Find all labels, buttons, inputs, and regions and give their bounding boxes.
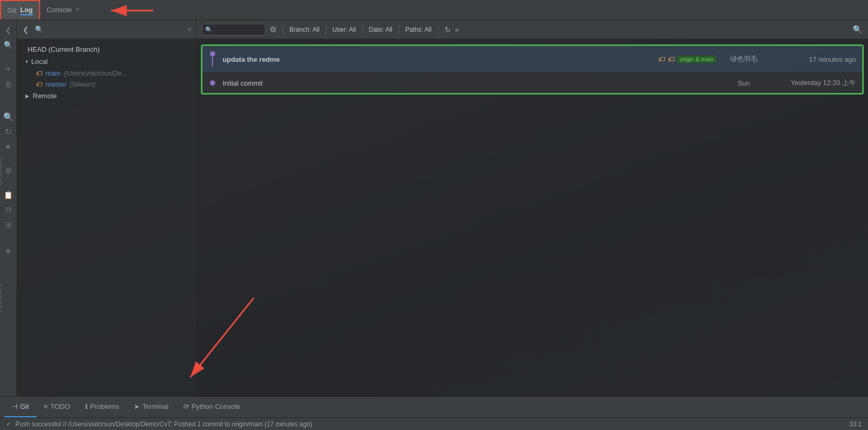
master-branch-path: (Sklearn)	[70, 81, 96, 88]
status-check-icon: ✓	[6, 420, 11, 427]
refresh-icon[interactable]: ↻	[2, 125, 15, 138]
trash-icon[interactable]: 🗑	[2, 77, 15, 91]
tag-arrow-icon2: 🏷	[668, 55, 675, 63]
commit-highlight-box: updata the redme 🏷 🏷 origin & main 绿色羽毛 …	[201, 44, 864, 95]
tab-console[interactable]: Console ✕	[40, 0, 86, 20]
tab-terminal[interactable]: ➤ Terminal	[126, 397, 176, 417]
settings-gear-icon[interactable]: ⚙	[270, 25, 276, 34]
main-content: ❮ 🔍 + 🗑 🔍 ↻ ★ ⚙ 📋 ⊟ ⊞ ★ Structure Favori…	[0, 20, 868, 396]
structure-label: Structure	[0, 157, 3, 185]
search-icon[interactable]: 🔍	[2, 38, 15, 52]
status-line-col: 33:1	[849, 420, 862, 428]
log-search-right-icon[interactable]: 🔍	[853, 25, 863, 34]
branch-master[interactable]: 🏷 master (Sklearn)	[17, 79, 196, 90]
left-add-button[interactable]: +	[187, 25, 192, 34]
branch-main[interactable]: 🏷 main (/Users/viatorsun/De...	[17, 68, 196, 79]
problems-tab-icon: ℹ	[85, 403, 88, 410]
commit-log: updata the redme 🏷 🏷 origin & main 绿色羽毛 …	[197, 39, 868, 396]
python-tab-icon: ⟳	[183, 403, 189, 410]
top-tab-bar: Git: Log Console ✕	[0, 0, 868, 20]
todo-tab-icon: ≡	[44, 403, 48, 410]
date-filter[interactable]: Date: All	[369, 26, 393, 33]
favorites-label: Favorites	[0, 284, 3, 312]
gear-icon[interactable]: ⚙	[2, 164, 15, 177]
side-icon-bar: ❮ 🔍 + 🗑 🔍 ↻ ★ ⚙ 📋 ⊟ ⊞ ★ Structure Favori…	[0, 20, 17, 396]
problems-tab-label: Problems	[90, 403, 119, 410]
commit-time-2: Yesterday 12:20 上午	[771, 78, 856, 88]
master-tag-icon: 🏷	[36, 81, 42, 88]
chevron-left-icon[interactable]: ❮	[2, 23, 15, 37]
head-label: HEAD (Current Branch)	[27, 45, 100, 53]
tag-arrow-icon: 🏷	[658, 55, 666, 63]
commit-search-wrapper: 🔍	[202, 24, 265, 35]
tab-console-close[interactable]: ✕	[75, 6, 80, 13]
plus-icon[interactable]: +	[2, 62, 15, 76]
bookmark-icon[interactable]: 📋	[2, 188, 15, 202]
search2-icon[interactable]: 🔍	[2, 110, 15, 124]
commit-author-1: 绿色羽毛	[723, 54, 765, 64]
back-button[interactable]: ❮	[21, 24, 31, 35]
log-refresh-icon[interactable]: ↻	[445, 25, 451, 34]
terminal-tab-label: Terminal	[142, 403, 168, 410]
commit-search-input[interactable]	[202, 24, 265, 35]
master-branch-name: master	[45, 80, 67, 88]
tab-console-label: Console	[47, 6, 72, 14]
tab-git[interactable]: ⊣ Git	[4, 397, 36, 417]
git-tab-icon: ⊣	[12, 403, 17, 410]
commit-row-1[interactable]: updata the redme 🏷 🏷 origin & main 绿色羽毛 …	[202, 46, 862, 73]
remote-chevron: ▶	[25, 93, 30, 99]
remote-section[interactable]: ▶ Remote	[17, 90, 196, 102]
origin-tag-badge: origin & main	[677, 55, 716, 63]
tab-python-console[interactable]: ⟳ Python Console	[176, 397, 248, 417]
local-section[interactable]: ▾ Local	[17, 55, 196, 68]
user-filter[interactable]: User: All	[333, 26, 356, 33]
remote-label: Remote	[33, 92, 57, 100]
main-tag-icon: 🏷	[36, 70, 42, 77]
tab-problems[interactable]: ℹ Problems	[78, 397, 127, 417]
python-tab-label: Python Console	[192, 403, 241, 410]
commit-author-2: Sun	[723, 79, 765, 87]
commit-message-1: updata the redme	[223, 55, 652, 63]
status-bar: ✓ Push successful // /Users/viatorsun/De…	[0, 417, 868, 430]
left-panel: ❮ 🔍 + HEAD (Current Branch) ▾ Local 🏷 ma…	[17, 20, 197, 396]
main-branch-name: main	[45, 69, 60, 77]
tab-git-prefix: Git:	[7, 6, 18, 14]
status-message: Push successful // /Users/viatorsun/Desk…	[15, 420, 312, 428]
commit-message-2: Initial commit	[223, 79, 710, 87]
log-more-icon[interactable]: »	[455, 25, 459, 34]
branch-filter[interactable]: Branch: All	[289, 26, 319, 33]
tab-log-label: Log	[20, 6, 33, 15]
left-search-icon: 🔍	[35, 25, 43, 33]
star-icon[interactable]: ★	[2, 139, 15, 153]
commit-row-2[interactable]: Initial commit Sun Yesterday 12:20 上午	[202, 73, 862, 93]
local-label: Local	[31, 58, 48, 66]
commit-time-1: 17 minutes ago	[771, 55, 856, 63]
bottom-tab-bar: ⊣ Git ≡ TODO ℹ Problems ➤ Terminal ⟳ Pyt…	[0, 396, 868, 417]
git-tab-label: Git	[20, 403, 29, 410]
adjust-icon[interactable]: ⊞	[2, 218, 15, 231]
right-toolbar: 🔍 ⚙ | Branch: All | User: All | Date: Al…	[197, 20, 868, 39]
right-panel: 🔍 ⚙ | Branch: All | User: All | Date: Al…	[197, 20, 868, 396]
tab-git-log[interactable]: Git: Log	[0, 0, 40, 20]
paths-filter[interactable]: Paths: All	[405, 26, 431, 33]
commit-graph-2	[209, 80, 216, 86]
terminal-tab-icon: ➤	[134, 403, 140, 410]
head-branch-item[interactable]: HEAD (Current Branch)	[17, 43, 196, 55]
tab-todo[interactable]: ≡ TODO	[36, 397, 78, 417]
branch-tree: HEAD (Current Branch) ▾ Local 🏷 main (/U…	[17, 39, 196, 396]
split-icon[interactable]: ⊟	[2, 203, 15, 217]
main-branch-path: (/Users/viatorsun/De...	[63, 70, 126, 77]
commit-graph-1	[209, 51, 216, 67]
commit-tags-1: 🏷 🏷 origin & main	[658, 55, 716, 63]
todo-tab-label: TODO	[50, 403, 70, 410]
local-chevron: ▾	[25, 59, 28, 64]
left-panel-toolbar: ❮ 🔍 +	[17, 20, 196, 39]
star2-icon[interactable]: ★	[2, 244, 15, 258]
